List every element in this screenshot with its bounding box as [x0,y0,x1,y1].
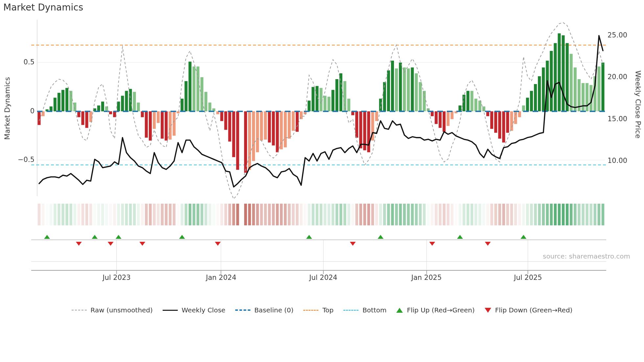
legend-label: Baseline (0) [254,306,293,314]
x-axis-tick-jan-2025: Jan 2025 [411,274,442,282]
x-axis-tick-jul-2024: Jul 2024 [309,274,337,282]
legend-item-baseline: Baseline (0) [235,306,293,314]
left-axis-tick: 0.5 [11,58,34,66]
legend-label: Weekly Close [182,306,225,314]
legend-label: Raw (unsmoothed) [91,306,153,314]
legend-label: Flip Up (Red→Green) [407,306,474,314]
market-dynamics-page: { "title": "Market Dynamics", "source_no… [0,0,644,362]
legend-item-flip-up: Flip Up (Red→Green) [396,306,474,314]
weekly-close-line-sample-icon [163,310,178,311]
baseline-line-sample-icon [235,309,250,311]
x-axis-tick-jan-2024: Jan 2024 [206,274,237,282]
right-axis-label: Weekly Close Price [634,71,642,139]
legend-item-bottom: Bottom [343,306,386,314]
legend-label: Flip Down (Green→Red) [495,306,573,314]
source-attribution: source: sharemaestro.com [543,252,630,260]
flip-up-triangle-icon [396,308,403,313]
right-axis-tick: 15.00 [608,115,627,123]
right-axis-tick: 20.00 [608,73,627,81]
left-axis-tick: −0.5 [11,156,34,164]
left-axis-tick: 0 [11,107,34,115]
page-title: Market Dynamics [3,2,83,13]
top-line-sample-icon [303,310,318,311]
raw-line-sample-icon [72,310,87,310]
x-axis-tick-jul-2023: Jul 2023 [103,274,130,282]
legend-item-raw: Raw (unsmoothed) [72,306,153,314]
legend-item-weekly-close: Weekly Close [163,306,225,314]
right-axis-tick: 10.00 [608,157,627,165]
x-axis-tick-jul-2025: Jul 2025 [514,274,542,282]
legend-label: Bottom [362,306,386,314]
legend-label: Top [322,306,334,314]
legend-item-top: Top [303,306,334,314]
right-axis-tick: 25.00 [608,31,627,39]
chart-legend: Raw (unsmoothed) Weekly Close Baseline (… [0,306,644,314]
left-axis-label: Market Dynamics [3,77,12,140]
legend-item-flip-down: Flip Down (Green→Red) [485,306,573,314]
bottom-line-sample-icon [343,310,358,311]
flip-down-triangle-icon [485,308,491,313]
